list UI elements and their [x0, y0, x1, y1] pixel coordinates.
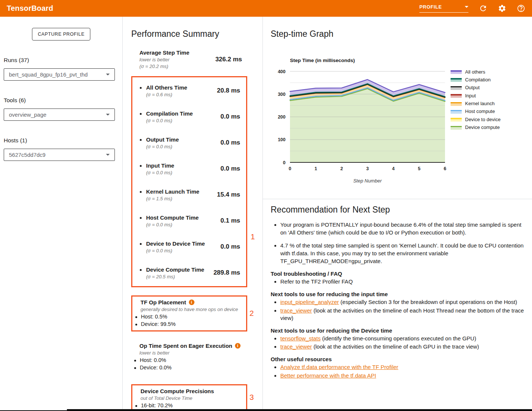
- svg-text:6: 6: [444, 166, 446, 171]
- svg-text:200: 200: [278, 114, 286, 120]
- performance-summary-title: Performance Summary: [131, 29, 262, 39]
- step-time-graph-title: Step-time Graph: [271, 29, 532, 39]
- svg-text:3: 3: [366, 166, 369, 171]
- annotation-box-2: TF Op Placement generally desired to hav…: [131, 295, 247, 331]
- bullet-icon: [140, 269, 142, 271]
- metric-bullet: 16-bit: 70.2%: [135, 402, 243, 408]
- annotation-number-1: 1: [251, 232, 255, 241]
- tool-link[interactable]: Better performance with the tf.data API: [280, 372, 376, 379]
- recommendation-item: Analyze tf.data performance with the TF …: [280, 363, 526, 371]
- summary-item-sigma: (σ = 0.0 ms): [146, 222, 199, 227]
- eager-execution-subtitle: lower is better: [139, 350, 244, 356]
- bullet-icon: [135, 316, 137, 318]
- refresh-icon[interactable]: [479, 4, 487, 13]
- summary-item-sigma: (σ = 1.5 ms): [146, 196, 199, 201]
- recommendation-list: tensorflow_stats (identify the time-cons…: [271, 335, 526, 351]
- tool-link[interactable]: input_pipeline_analyzer: [280, 299, 339, 305]
- dashboard-selector[interactable]: PROFILE: [419, 4, 468, 13]
- recommendation-bullet: Your program is POTENTIALLY input-bound …: [280, 221, 526, 237]
- app-header: TensorBoard PROFILE: [0, 0, 532, 17]
- eager-execution-title: Op Time Spent on Eager Execution: [139, 343, 232, 349]
- selector-label: Hosts (1): [4, 137, 115, 144]
- selector-dropdown[interactable]: 5627c5dd7dc9: [4, 149, 115, 161]
- summary-item-row: Device Compute Time (σ = 20.5 ms) 289.8 …: [132, 260, 246, 286]
- metric-bullet: Device: 99.5%: [135, 321, 243, 327]
- legend-swatch-icon: [451, 117, 462, 122]
- selector-value: bert_squad_8gpu_fp16_pvt_thd: [9, 71, 88, 78]
- legend-entry: Compilation: [451, 77, 500, 82]
- summary-item-label: Kernel Launch Time: [146, 188, 199, 195]
- tool-link[interactable]: tensorflow_stats: [280, 335, 320, 342]
- average-step-time-value: 326.2 ms: [215, 56, 242, 63]
- summary-item-row: All Others Time (σ = 0.6 ms) 20.8 ms: [132, 78, 246, 104]
- summary-item-row: Host Compute Time (σ = 0.0 ms) 0.1 ms: [132, 208, 246, 234]
- selector-value: overview_page: [9, 111, 46, 118]
- tool-link[interactable]: Analyze tf.data performance with the TF …: [280, 364, 398, 370]
- capture-profile-button[interactable]: CAPTURE PROFILE: [32, 28, 91, 41]
- annotation-box-1: All Others Time (σ = 0.6 ms) 20.8 ms Com…: [131, 76, 247, 287]
- dashboard-selector-value: PROFILE: [419, 4, 442, 10]
- svg-text:100: 100: [278, 137, 286, 142]
- selector-value: 5627c5dd7dc9: [9, 152, 45, 158]
- summary-item-value: 0.0 ms: [220, 165, 240, 172]
- tool-link[interactable]: trace_viewer: [280, 343, 312, 350]
- tool-link[interactable]: trace_viewer: [280, 307, 312, 314]
- tf-op-placement-title: TF Op Placement: [141, 299, 186, 305]
- info-icon[interactable]: [235, 343, 241, 349]
- legend-swatch-icon: [451, 69, 462, 74]
- average-step-time-sigma: (σ = 20.2 ms): [139, 64, 189, 69]
- summary-item-label: Input Time: [146, 162, 174, 169]
- bullet-icon: [135, 405, 137, 407]
- eager-execution-block: Op Time Spent on Eager Execution lower i…: [131, 343, 247, 370]
- svg-text:0: 0: [283, 160, 286, 165]
- recommendation-subsections: Tool troubleshooting / FAQRefer to the T…: [271, 271, 526, 379]
- legend-swatch-icon: [451, 85, 462, 90]
- selector-label: Runs (37): [4, 57, 115, 64]
- device-compute-precisions-title: Device Compute Precisions: [141, 388, 214, 394]
- recommendation-item: Better performance with the tf.data API: [280, 372, 526, 379]
- svg-text:0: 0: [289, 166, 291, 171]
- annotation-number-2: 2: [249, 309, 254, 318]
- svg-text:2: 2: [341, 166, 343, 171]
- section-divider: [263, 199, 532, 199]
- summary-item-value: 0.0 ms: [220, 243, 240, 250]
- recommendation-subheading: Next tools to use for reducing the Devic…: [271, 327, 526, 334]
- selector-dropdown[interactable]: overview_page: [4, 109, 115, 121]
- app-title: TensorBoard: [7, 4, 53, 13]
- metric-bullet: Host: 0.0%: [134, 357, 244, 363]
- chart-legend: All othersCompilationOutputInputKernel l…: [451, 69, 500, 132]
- bullet-icon: [134, 360, 136, 362]
- settings-gear-icon[interactable]: [498, 4, 506, 13]
- legend-swatch-icon: [451, 77, 462, 82]
- selector-group: Tools (6) overview_page: [4, 97, 115, 121]
- step-time-chart[interactable]: 01002003004000123456Step Time (in millis…: [263, 54, 532, 203]
- svg-text:1: 1: [315, 166, 317, 171]
- average-step-time-sub: lower is better: [139, 57, 189, 62]
- eager-execution-list: Host: 0.0%Device: 0.0%: [134, 357, 244, 370]
- recommendation-item: trace_viewer (look at the activities on …: [280, 307, 526, 322]
- recommendation-bullet: 4.7 % of the total step time sampled is …: [280, 242, 526, 265]
- tf-op-placement-subtitle: generally desired to have more ops on de…: [141, 307, 243, 312]
- recommendation-item: Refer to the TF2 Profiler FAQ: [280, 278, 526, 285]
- bullet-icon: [140, 87, 142, 89]
- selector-group: Hosts (1) 5627c5dd7dc9: [4, 137, 115, 161]
- legend-swatch-icon: [451, 109, 462, 114]
- legend-label: Host compute: [465, 109, 495, 114]
- svg-text:400: 400: [278, 69, 286, 74]
- selector-dropdown[interactable]: bert_squad_8gpu_fp16_pvt_thd: [4, 68, 115, 81]
- summary-item-row: Kernel Launch Time (σ = 1.5 ms) 15.4 ms: [132, 182, 246, 208]
- summary-item-sigma: (σ = 0.0 ms): [146, 118, 193, 123]
- bullet-icon: [134, 367, 136, 369]
- bullet-icon: [140, 243, 142, 245]
- legend-entry: Kernel launch: [451, 101, 500, 107]
- summary-item-sigma: (σ = 20.5 ms): [146, 274, 204, 279]
- selector-underline: [419, 12, 468, 13]
- recommendation-item: trace_viewer (look at the activities on …: [280, 343, 526, 350]
- recommendation-bullets: Your program is POTENTIALLY input-bound …: [271, 221, 526, 265]
- step-time-chart-svg[interactable]: 01002003004000123456Step Time (in millis…: [263, 54, 449, 188]
- summary-item-sigma: (σ = 0.0 ms): [146, 170, 174, 175]
- legend-entry: Device to device: [451, 116, 500, 122]
- info-icon[interactable]: [189, 300, 194, 305]
- legend-entry: Host compute: [451, 109, 500, 114]
- help-icon[interactable]: [517, 4, 525, 13]
